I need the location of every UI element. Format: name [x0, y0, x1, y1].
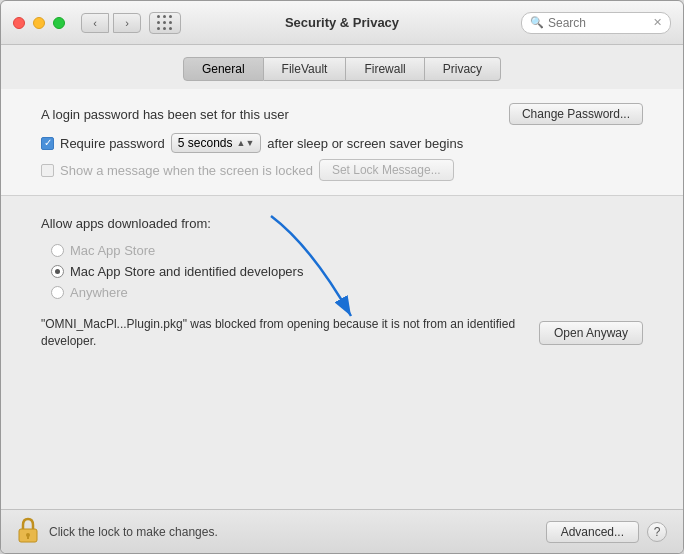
close-button[interactable]: [13, 17, 25, 29]
advanced-button[interactable]: Advanced...: [546, 521, 639, 543]
allow-apps-label: Allow apps downloaded from:: [41, 216, 643, 231]
forward-button[interactable]: ›: [113, 13, 141, 33]
show-message-label: Show a message when the screen is locked: [60, 163, 313, 178]
chevron-down-icon: ▲▼: [236, 138, 254, 148]
search-icon: 🔍: [530, 16, 544, 29]
password-delay-dropdown[interactable]: 5 seconds ▲▼: [171, 133, 262, 153]
radio-mac-app-store-row[interactable]: Mac App Store: [51, 243, 643, 258]
minimize-button[interactable]: [33, 17, 45, 29]
radio-selected-dot: [55, 269, 60, 274]
login-row: A login password has been set for this u…: [41, 103, 643, 125]
radio-mac-identified[interactable]: [51, 265, 64, 278]
content: General FileVault Firewall Privacy A log…: [1, 45, 683, 509]
require-password-label: Require password: [60, 136, 165, 151]
show-message-checkbox[interactable]: [41, 164, 54, 177]
blocked-text: "OMNI_MacPl...Plugin.pkg" was blocked fr…: [41, 316, 527, 350]
radio-anywhere[interactable]: [51, 286, 64, 299]
radio-group: Mac App Store Mac App Store and identifi…: [51, 243, 643, 300]
change-password-button[interactable]: Change Password...: [509, 103, 643, 125]
lock-icon[interactable]: [17, 517, 39, 546]
forward-icon: ›: [125, 17, 129, 29]
nav-buttons: ‹ ›: [81, 13, 141, 33]
tab-filevault[interactable]: FileVault: [264, 57, 347, 81]
tab-firewall[interactable]: Firewall: [346, 57, 424, 81]
checkmark-icon: ✓: [44, 138, 52, 148]
require-password-checkbox[interactable]: ✓: [41, 137, 54, 150]
apps-grid-button[interactable]: [149, 12, 181, 34]
search-input[interactable]: [548, 16, 653, 30]
after-sleep-text: after sleep or screen saver begins: [267, 136, 463, 151]
footer-lock-text: Click the lock to make changes.: [49, 525, 546, 539]
tabs-bar: General FileVault Firewall Privacy: [1, 45, 683, 89]
grid-icon: [157, 15, 173, 31]
help-button[interactable]: ?: [647, 522, 667, 542]
clear-icon[interactable]: ✕: [653, 16, 662, 29]
back-icon: ‹: [93, 17, 97, 29]
back-button[interactable]: ‹: [81, 13, 109, 33]
window-title: Security & Privacy: [285, 15, 399, 30]
radio-mac-identified-label: Mac App Store and identified developers: [70, 264, 303, 279]
svg-rect-3: [27, 535, 29, 539]
allow-apps-section: Allow apps downloaded from: Mac App Stor…: [1, 196, 683, 509]
radio-mac-app-store-label: Mac App Store: [70, 243, 155, 258]
tab-general[interactable]: General: [183, 57, 264, 81]
search-box[interactable]: 🔍 ✕: [521, 12, 671, 34]
lock-svg: [17, 517, 39, 543]
radio-mac-identified-row[interactable]: Mac App Store and identified developers: [51, 264, 643, 279]
blocked-row: "OMNI_MacPl...Plugin.pkg" was blocked fr…: [41, 316, 643, 350]
window: ‹ › Security & Privacy 🔍 ✕ General FileV…: [0, 0, 684, 554]
titlebar: ‹ › Security & Privacy 🔍 ✕: [1, 1, 683, 45]
footer: Click the lock to make changes. Advanced…: [1, 509, 683, 553]
show-message-row: Show a message when the screen is locked…: [41, 159, 643, 181]
radio-anywhere-row[interactable]: Anywhere: [51, 285, 643, 300]
delay-value: 5 seconds: [178, 136, 233, 150]
maximize-button[interactable]: [53, 17, 65, 29]
tab-privacy[interactable]: Privacy: [425, 57, 501, 81]
radio-anywhere-label: Anywhere: [70, 285, 128, 300]
radio-mac-app-store[interactable]: [51, 244, 64, 257]
traffic-lights: [13, 17, 65, 29]
open-anyway-button[interactable]: Open Anyway: [539, 321, 643, 345]
require-password-row: ✓ Require password 5 seconds ▲▼ after sl…: [41, 133, 643, 153]
set-lock-message-button[interactable]: Set Lock Message...: [319, 159, 454, 181]
login-text: A login password has been set for this u…: [41, 107, 289, 122]
login-section: A login password has been set for this u…: [1, 89, 683, 196]
